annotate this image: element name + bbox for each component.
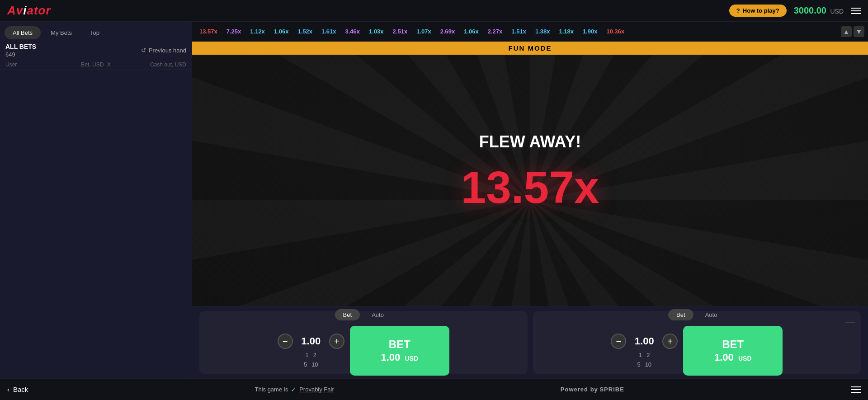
previous-hand-label: Previous hand bbox=[149, 47, 186, 54]
hamburger-line bbox=[851, 10, 861, 11]
bet-amount-value-2: 1.00 bbox=[631, 335, 658, 347]
bottom-bar: ‹ Back This game is ✓ Provably Fair Powe… bbox=[0, 378, 868, 400]
previous-hand-button[interactable]: ↺ Previous hand bbox=[141, 47, 186, 54]
balance-currency: USD bbox=[830, 8, 844, 15]
fun-mode-banner: FUN MODE bbox=[192, 42, 868, 55]
bet-panel-1-tab-auto[interactable]: Auto bbox=[363, 309, 392, 320]
provably-fair-prefix: This game is bbox=[255, 386, 288, 393]
multiplier-badge-5[interactable]: 1.61x bbox=[318, 27, 340, 36]
header-right: ? How to play? 3000.00 USD bbox=[729, 5, 861, 17]
hamburger-line bbox=[851, 386, 861, 387]
quick-amounts-1: 1 2 bbox=[306, 352, 316, 358]
multiplier-badge-12[interactable]: 2.27x bbox=[484, 27, 506, 36]
multiplier-badge-9[interactable]: 1.07x bbox=[413, 27, 435, 36]
quick-1-1[interactable]: 1 bbox=[306, 352, 309, 358]
quick-1-2[interactable]: 1 bbox=[639, 352, 642, 358]
bet-panel-1-content: − 1.00 + 1 2 5 10 bbox=[205, 326, 522, 376]
multiplier-display: 13.57x bbox=[461, 161, 599, 213]
bet-button-2-label: BET bbox=[722, 337, 744, 351]
multiplier-badge-11[interactable]: 1.06x bbox=[460, 27, 482, 36]
multiplier-badge-0[interactable]: 13.57x bbox=[196, 27, 221, 36]
tab-all-bets[interactable]: All Bets bbox=[5, 26, 41, 39]
quick-2-2[interactable]: 2 bbox=[646, 352, 650, 358]
how-to-play-label: How to play? bbox=[743, 7, 779, 14]
powered-by: Powered by SPRIBE bbox=[561, 386, 624, 393]
bet-panel-2-tabs: Bet Auto bbox=[668, 309, 725, 320]
tab-top[interactable]: Top bbox=[82, 26, 108, 39]
strip-collapse-button[interactable]: ▲ bbox=[841, 26, 852, 37]
back-label: Back bbox=[13, 386, 28, 393]
provably-fair-section: This game is ✓ Provably Fair bbox=[255, 386, 334, 394]
bet-panel-2-tab-bet[interactable]: Bet bbox=[668, 309, 693, 320]
bet-panel-2-content: − 1.00 + 1 2 5 10 bbox=[538, 326, 856, 376]
right-area: 13.57x 7.25x 1.12x 1.06x 1.52x 1.61x 3.4… bbox=[192, 22, 868, 378]
provably-fair-link[interactable]: Provably Fair bbox=[299, 386, 334, 393]
hamburger-line bbox=[851, 392, 861, 393]
multiplier-badge-6[interactable]: 3.46x bbox=[342, 27, 364, 36]
multiplier-badge-1[interactable]: 7.25x bbox=[223, 27, 245, 36]
bet-button-2[interactable]: BET 1.00 USD bbox=[683, 326, 783, 376]
tab-my-bets[interactable]: My Bets bbox=[42, 26, 80, 39]
bet-button-1[interactable]: BET 1.00 USD bbox=[350, 326, 449, 376]
bet-amount-section-2: − 1.00 + 1 2 5 10 bbox=[611, 334, 678, 368]
bet-controls-strip: Bet Auto − 1.00 + 1 2 bbox=[192, 306, 868, 378]
multiplier-badge-3[interactable]: 1.06x bbox=[270, 27, 292, 36]
quick-5-2[interactable]: 5 bbox=[637, 361, 640, 368]
all-bets-info: ALL BETS 649 bbox=[5, 43, 36, 58]
multiplier-badge-4[interactable]: 1.52x bbox=[294, 27, 316, 36]
multiplier-badge-7[interactable]: 1.03x bbox=[365, 27, 387, 36]
quick-amounts-2: 1 2 bbox=[639, 352, 650, 358]
flew-away-text: FLEW AWAY! bbox=[479, 132, 581, 151]
bet-amount-row-2: − 1.00 + bbox=[611, 334, 678, 349]
all-bets-header: ALL BETS 649 ↺ Previous hand bbox=[0, 39, 192, 60]
back-button[interactable]: ‹ Back bbox=[7, 386, 28, 393]
panel-2-close-button[interactable]: — bbox=[845, 316, 855, 328]
back-arrow-icon: ‹ bbox=[7, 386, 9, 393]
multiplier-badge-16[interactable]: 1.90x bbox=[579, 27, 601, 36]
multiplier-badge-13[interactable]: 1.51x bbox=[508, 27, 530, 36]
bet-panel-2: — Bet Auto − 1.00 + 1 2 bbox=[533, 311, 861, 374]
strip-controls: ▲ ▼ bbox=[841, 26, 864, 37]
left-panel: All Bets My Bets Top ALL BETS 649 ↺ Prev… bbox=[0, 22, 192, 378]
col-user-header: User bbox=[5, 61, 66, 68]
bet-panel-1-tab-bet[interactable]: Bet bbox=[335, 309, 360, 320]
bet-panel-1: Bet Auto − 1.00 + 1 2 bbox=[199, 311, 528, 374]
strip-expand-button[interactable]: ▼ bbox=[854, 26, 864, 37]
bet-decrease-button-1[interactable]: − bbox=[278, 334, 293, 349]
quick-5-1[interactable]: 5 bbox=[304, 361, 307, 368]
menu-button[interactable] bbox=[851, 8, 861, 14]
bet-increase-button-2[interactable]: + bbox=[662, 334, 678, 349]
bet-increase-button-1[interactable]: + bbox=[329, 334, 344, 349]
bets-list[interactable] bbox=[0, 70, 192, 378]
multiplier-badge-14[interactable]: 1.38x bbox=[532, 27, 554, 36]
quick-10-2[interactable]: 10 bbox=[645, 361, 651, 368]
bet-decrease-button-2[interactable]: − bbox=[611, 334, 626, 349]
bets-columns: User Bet, USD X Cash out, USD bbox=[0, 60, 192, 70]
how-to-play-button[interactable]: ? How to play? bbox=[729, 5, 787, 17]
bet-amount-section-1: − 1.00 + 1 2 5 10 bbox=[278, 334, 344, 368]
balance-display: 3000.00 USD bbox=[794, 5, 844, 16]
multiplier-badge-8[interactable]: 2.51x bbox=[389, 27, 411, 36]
bottom-menu-button[interactable] bbox=[851, 386, 861, 393]
balance-amount: 3000.00 bbox=[794, 5, 826, 15]
bet-panel-1-tabs: Bet Auto bbox=[335, 309, 392, 320]
bet-count: 649 bbox=[5, 51, 36, 58]
question-icon: ? bbox=[736, 7, 740, 14]
quick-amounts-2b: 5 10 bbox=[637, 361, 651, 368]
all-bets-title: ALL BETS bbox=[5, 43, 36, 50]
bet-panel-2-tab-auto[interactable]: Auto bbox=[697, 309, 726, 320]
multiplier-badge-17[interactable]: 10.36x bbox=[603, 27, 628, 36]
bets-tabs: All Bets My Bets Top bbox=[0, 22, 192, 39]
col-bet-header: Bet, USD X bbox=[66, 61, 126, 68]
multiplier-badge-15[interactable]: 1.18x bbox=[555, 27, 577, 36]
logo: Aviator bbox=[7, 4, 51, 18]
multiplier-badge-10[interactable]: 2.69x bbox=[437, 27, 459, 36]
quick-amounts-1b: 5 10 bbox=[304, 361, 318, 368]
powered-by-brand: SPRIBE bbox=[599, 386, 624, 393]
check-icon: ✓ bbox=[291, 386, 297, 394]
bet-button-1-amount: 1.00 USD bbox=[381, 351, 418, 364]
multiplier-badge-2[interactable]: 1.12x bbox=[246, 27, 269, 36]
quick-10-1[interactable]: 10 bbox=[311, 361, 318, 368]
quick-2-1[interactable]: 2 bbox=[313, 352, 316, 358]
game-canvas: FUN MODE FLEW AWAY! 13.57x bbox=[192, 42, 868, 306]
